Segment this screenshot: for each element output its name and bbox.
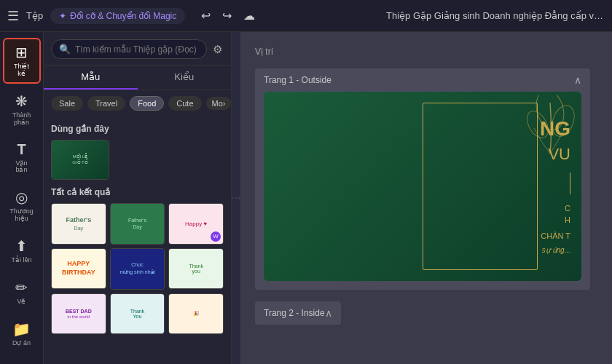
sidebar-item-ung-dung[interactable]: ⊞ Ứng dụng — [3, 356, 41, 364]
template-item[interactable]: ThankYou — [110, 293, 165, 335]
template-item[interactable]: Father'sDay — [110, 203, 165, 245]
page1-label: Trang 1 - Outside — [264, 75, 332, 85]
position-label: Vị trí — [255, 47, 273, 57]
templates-panel: 🔍 ⚙ Mẫu Kiểu Sale Travel Food Cute Mo› D… — [44, 32, 232, 364]
thiet-ke-icon: ⊞ — [15, 44, 28, 61]
panel-search-area: 🔍 ⚙ — [44, 32, 231, 66]
template-item[interactable]: BEST DAD in the world — [51, 293, 106, 335]
chip-more[interactable]: Mo› — [206, 97, 231, 110]
card-text-ng: NG — [540, 119, 570, 139]
sidebar-item-label: Thương hiệu — [9, 208, 34, 223]
sidebar-item-label: Vẽ — [17, 298, 26, 306]
sidebar-item-label: Tải lên — [11, 257, 31, 264]
sidebar-item-van-ban[interactable]: T Văn bản — [3, 135, 41, 181]
page1-card[interactable]: NG VU CH CHÂN T sự ứng... — [264, 92, 581, 281]
template-item[interactable]: 🎉 — [168, 293, 224, 335]
file-menu[interactable]: Tệp — [26, 10, 43, 21]
canvas-page-1: Trang 1 - Outside ∧ — [255, 68, 590, 290]
topbar-actions: ↩ ↪ ☁ — [198, 7, 258, 24]
sidebar-item-label: Thành phần — [10, 112, 34, 127]
sidebar-item-label: Dự án — [12, 340, 31, 347]
du-an-icon: 📁 — [12, 320, 31, 338]
tab-mau[interactable]: Mẫu — [44, 66, 138, 90]
search-icon: 🔍 — [59, 44, 71, 55]
template-item[interactable]: HAPPYBIRTHDAY — [51, 248, 106, 290]
chip-travel[interactable]: Travel — [87, 96, 125, 111]
document-title: Thiệp Gặp Giảng sinh Doanh nghiệp Đẳng c… — [386, 10, 605, 21]
panel-content: Dùng gần đây MỜI LỄGIỖ TỔ Tất cả kết quả — [44, 116, 231, 364]
recent-template-item[interactable]: MỜI LỄGIỖ TỔ — [51, 140, 109, 180]
recent-templates-grid: MỜI LỄGIỖ TỔ — [51, 140, 224, 180]
sidebar-item-du-an[interactable]: 📁 Dự án — [3, 314, 41, 353]
sidebar-item-label: Thiết kế — [10, 63, 34, 78]
icon-sidebar: ⊞ Thiết kế ❋ Thành phần T Văn bản ◎ Thươ… — [0, 32, 44, 364]
filter-chips: Sale Travel Food Cute Mo› — [44, 90, 231, 116]
filter-button[interactable]: ⚙ — [211, 41, 224, 58]
sidebar-item-thuong-hieu[interactable]: ◎ Thương hiệu — [3, 183, 41, 229]
sidebar-item-thanh-phan[interactable]: ❋ Thành phần — [3, 87, 41, 132]
panel-tabs: Mẫu Kiểu — [44, 66, 231, 90]
card-green-background: NG VU CH CHÂN T sự ứng... — [264, 92, 581, 281]
page2-label: Trang 2 - Inside — [264, 308, 325, 318]
results-grid: Father's Day Father'sDay Happy ♥ — [51, 203, 224, 334]
tai-len-icon: ⬆ — [15, 237, 28, 255]
card-text-vu: VU — [548, 145, 570, 164]
template-item[interactable]: Father's Day — [51, 203, 106, 245]
ve-icon: ✏ — [15, 279, 28, 296]
recent-section-title: Dùng gần đây — [51, 124, 224, 134]
sidebar-item-ve[interactable]: ✏ Vẽ — [3, 273, 41, 312]
drag-icon: ⋮ — [231, 194, 241, 202]
search-input[interactable] — [75, 44, 199, 55]
undo-button[interactable]: ↩ — [198, 7, 213, 24]
cloud-save-button[interactable]: ☁ — [240, 7, 258, 24]
template-item[interactable]: Thankyou — [168, 248, 224, 290]
sidebar-item-label: Văn bản — [10, 160, 34, 175]
template-item[interactable]: Happy ♥ W — [168, 203, 224, 245]
all-results-title: Tất cả kết quả — [51, 187, 224, 197]
card-text-su: sự ứng... — [542, 246, 570, 254]
card-text-area: NG VU CH CHÂN T sự ứng... — [439, 92, 581, 281]
chip-food[interactable]: Food — [130, 96, 164, 111]
topbar: ☰ Tệp ✦ Đổi cỡ & Chuyển đổi Magic ↩ ↪ ☁ … — [0, 0, 612, 32]
chip-cute[interactable]: Cute — [168, 96, 201, 111]
sidebar-item-tai-len[interactable]: ⬆ Tải lên — [3, 232, 41, 270]
page1-header: Trang 1 - Outside ∧ — [255, 68, 590, 92]
panel-resize-handle[interactable]: ⋮ — [232, 32, 240, 364]
template-item[interactable]: Chúcmừng sinh nhật — [110, 248, 165, 290]
canvas-area: Vị trí Trang 1 - Outside ∧ — [240, 32, 612, 364]
magic-dot-icon: ✦ — [59, 11, 66, 21]
van-ban-icon: T — [17, 141, 26, 158]
premium-badge: W — [211, 232, 221, 242]
tab-kieu[interactable]: Kiểu — [138, 66, 232, 90]
page2-collapse-button[interactable]: ∧ — [325, 307, 332, 319]
canvas-page-2-header: Trang 2 - Inside ∧ — [255, 301, 341, 325]
card-text-chan: CHÂN T — [541, 232, 570, 240]
card-text-ch: CH — [565, 203, 570, 226]
menu-icon[interactable]: ☰ — [7, 8, 19, 24]
thanh-phan-icon: ❋ — [15, 92, 28, 110]
redo-button[interactable]: ↪ — [219, 7, 235, 24]
page1-collapse-button[interactable]: ∧ — [574, 74, 581, 86]
thuong-hieu-icon: ◎ — [15, 189, 28, 206]
search-box[interactable]: 🔍 — [51, 39, 207, 59]
chip-sale[interactable]: Sale — [51, 96, 83, 111]
main-layout: ⊞ Thiết kế ❋ Thành phần T Văn bản ◎ Thươ… — [0, 32, 612, 364]
magic-label: Đổi cỡ & Chuyển đổi Magic — [70, 11, 176, 21]
sidebar-item-thiet-ke[interactable]: ⊞ Thiết kế — [3, 38, 41, 84]
magic-transform-button[interactable]: ✦ Đổi cỡ & Chuyển đổi Magic — [50, 8, 185, 24]
